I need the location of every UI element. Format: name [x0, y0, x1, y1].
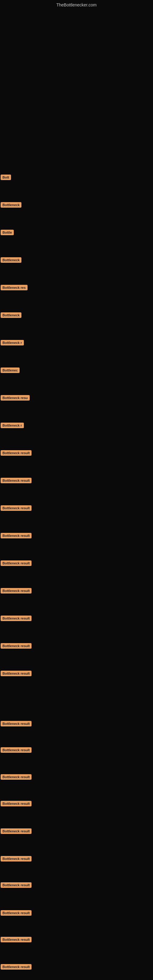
bottleneck-badge[interactable]: Bottleneck result — [1, 829, 32, 834]
result-row: Bottleneck — [1, 257, 21, 263]
bottleneck-badge[interactable]: Bottleneck result — [1, 801, 32, 807]
bottleneck-badge[interactable]: Bottleneck resu — [1, 395, 30, 401]
bottleneck-badge[interactable]: Bottleneck result — [1, 937, 32, 942]
result-row: Bottleneck result — [1, 882, 32, 888]
bottleneck-badge[interactable]: Bottleneck result — [1, 747, 32, 753]
result-row: Bottleneck result — [1, 964, 32, 970]
bottleneck-badge[interactable]: Bottleneck result — [1, 643, 32, 649]
result-row: Bottleneck result — [1, 747, 32, 753]
result-row: Bottleneck result — [1, 533, 32, 538]
result-row: Bottleneck result — [1, 671, 32, 676]
result-row: Bottleneck result — [1, 801, 32, 807]
bottleneck-badge[interactable]: Bottleneck result — [1, 450, 32, 456]
result-row: Bottleneck r — [1, 340, 24, 345]
result-row: Bottleneck result — [1, 774, 32, 780]
bottleneck-badge[interactable]: Bottleneck result — [1, 505, 32, 511]
bottleneck-badge[interactable]: Bottleneck r — [1, 423, 24, 428]
bottleneck-badge[interactable]: Bottleneck result — [1, 964, 32, 970]
bottleneck-badge[interactable]: Bottleneck res — [1, 285, 27, 290]
result-row: Bottleneck result — [1, 643, 32, 649]
result-row: Bottleneck result — [1, 910, 32, 916]
bottleneck-badge[interactable]: Bottleneck result — [1, 774, 32, 780]
bottleneck-badge[interactable]: Bottleneck result — [1, 856, 32, 861]
result-row: Bottleneck result — [1, 721, 32, 726]
result-row: Bottlenec — [1, 368, 19, 373]
result-row: Bottleneck resu — [1, 395, 30, 401]
bottleneck-badge[interactable]: Bott — [1, 175, 11, 180]
site-title: TheBottlenecker.com — [56, 2, 97, 7]
bottleneck-badge[interactable]: Bottleneck result — [1, 882, 32, 888]
result-row: Bottleneck result — [1, 478, 32, 483]
result-row: Bottleneck r — [1, 423, 24, 428]
result-row: Bottle — [1, 230, 14, 235]
result-row: Bottleneck res — [1, 285, 27, 290]
bottleneck-badge[interactable]: Bottleneck — [1, 202, 21, 208]
bottleneck-badge[interactable]: Bottleneck result — [1, 671, 32, 676]
result-row: Bottleneck result — [1, 616, 32, 621]
bottleneck-badge[interactable]: Bottleneck result — [1, 478, 32, 483]
result-row: Bottleneck result — [1, 588, 32, 593]
bottleneck-badge[interactable]: Bottleneck result — [1, 560, 32, 566]
bottleneck-badge[interactable]: Bottleneck result — [1, 910, 32, 916]
bottleneck-badge[interactable]: Bottleneck result — [1, 616, 32, 621]
result-row: Bottleneck result — [1, 450, 32, 456]
bottleneck-badge[interactable]: Bottleneck r — [1, 340, 24, 345]
bottleneck-badge[interactable]: Bottleneck — [1, 257, 21, 263]
bottleneck-badge[interactable]: Bottle — [1, 230, 14, 235]
result-row: Bottleneck result — [1, 829, 32, 834]
bottleneck-badge[interactable]: Bottleneck result — [1, 533, 32, 538]
bottleneck-badge[interactable]: Bottleneck result — [1, 588, 32, 593]
result-row: Bott — [1, 175, 11, 180]
result-row: Bottleneck result — [1, 937, 32, 942]
bottleneck-badge[interactable]: Bottleneck result — [1, 721, 32, 726]
bottleneck-badge[interactable]: Bottleneck — [1, 312, 21, 318]
result-row: Bottleneck — [1, 202, 21, 208]
bottleneck-badge[interactable]: Bottlenec — [1, 368, 19, 373]
result-row: Bottleneck — [1, 312, 21, 318]
result-row: Bottleneck result — [1, 856, 32, 861]
result-row: Bottleneck result — [1, 505, 32, 511]
result-row: Bottleneck result — [1, 560, 32, 566]
